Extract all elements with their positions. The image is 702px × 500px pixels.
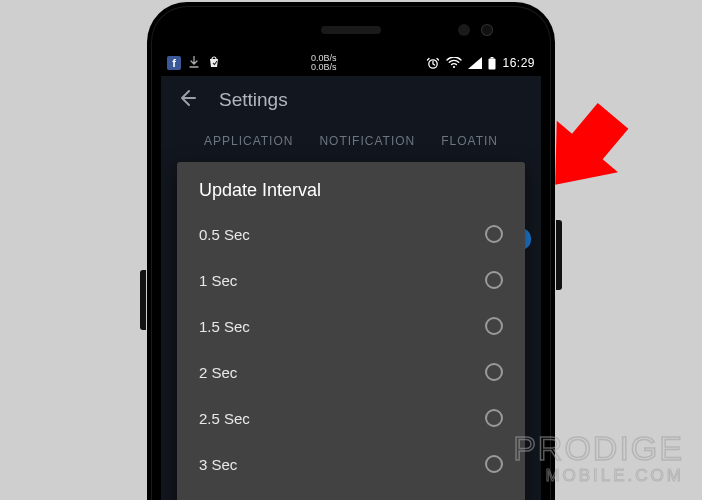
download-icon — [189, 56, 199, 71]
signal-icon — [468, 57, 482, 69]
option-2-5-sec[interactable]: 2.5 Sec — [177, 395, 525, 441]
net-speed-down: 0.0B/s — [221, 63, 426, 72]
svg-rect-3 — [491, 57, 494, 59]
option-2-sec[interactable]: 2 Sec — [177, 349, 525, 395]
tabs: APPLICATION NOTIFICATION FLOATIN — [161, 124, 541, 158]
status-bar: f 0.0B/s 0.0B/s — [161, 50, 541, 76]
facebook-icon: f — [167, 56, 181, 70]
back-icon[interactable] — [177, 88, 197, 112]
radio-icon[interactable] — [485, 317, 503, 335]
status-clock: 16:29 — [502, 56, 535, 70]
option-label: 0.5 Sec — [199, 226, 250, 243]
option-label: 2.5 Sec — [199, 410, 250, 427]
option-label: 2 Sec — [199, 364, 237, 381]
option-label: 3 Sec — [199, 456, 237, 473]
option-1-sec[interactable]: 1 Sec — [177, 257, 525, 303]
alarm-icon — [426, 56, 440, 70]
option-label: 1 Sec — [199, 272, 237, 289]
phone-side-button-right — [556, 220, 562, 290]
tab-notification[interactable]: NOTIFICATION — [319, 134, 415, 148]
radio-icon[interactable] — [485, 363, 503, 381]
battery-icon — [488, 57, 496, 70]
toolbar: Settings — [161, 76, 541, 124]
phone-side-button-left — [140, 270, 146, 330]
option-0-5-sec[interactable]: 0.5 Sec — [177, 211, 525, 257]
option-3-sec[interactable]: 3 Sec — [177, 441, 525, 487]
radio-icon[interactable] — [485, 271, 503, 289]
screen: f 0.0B/s 0.0B/s — [161, 50, 541, 500]
radio-icon[interactable] — [485, 225, 503, 243]
phone-speaker — [321, 26, 381, 34]
radio-icon[interactable] — [485, 455, 503, 473]
svg-rect-2 — [489, 58, 496, 69]
phone-camera — [482, 25, 492, 35]
dialog-title: Update Interval — [177, 180, 525, 211]
page-title: Settings — [219, 89, 288, 111]
play-store-icon — [207, 55, 221, 72]
tab-floating[interactable]: FLOATIN — [441, 134, 498, 148]
radio-icon[interactable] — [485, 409, 503, 427]
svg-point-1 — [453, 66, 455, 68]
phone-sensor — [458, 24, 470, 36]
option-label: 1.5 Sec — [199, 318, 250, 335]
update-interval-dialog: Update Interval 0.5 Sec 1 Sec 1.5 Sec 2 … — [177, 162, 525, 500]
tab-application[interactable]: APPLICATION — [204, 134, 293, 148]
phone-frame: f 0.0B/s 0.0B/s — [147, 2, 555, 500]
option-1-5-sec[interactable]: 1.5 Sec — [177, 303, 525, 349]
wifi-icon — [446, 57, 462, 69]
